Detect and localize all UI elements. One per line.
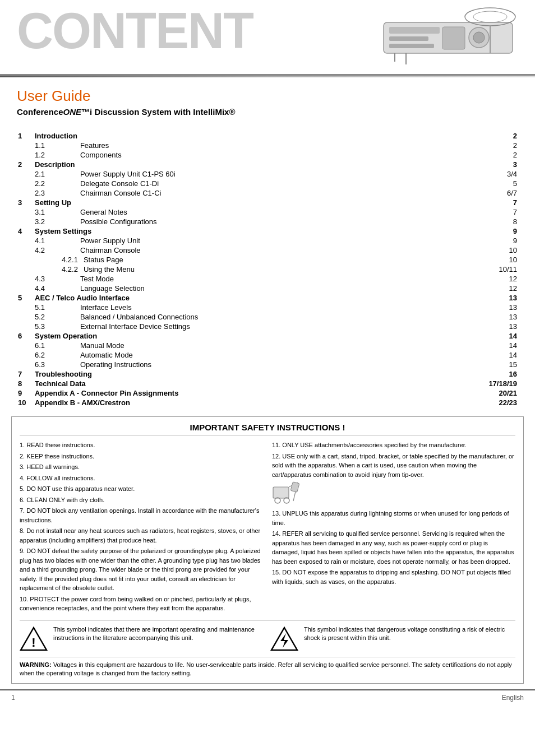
device-image — [378, 6, 524, 67]
toc-row-2-1: 2.1 Power Supply Unit C1-PS 60i 3/4 — [17, 169, 518, 179]
toc-row-4-2: 4.2 Chairman Console 10 — [17, 245, 518, 255]
toc-row-5-2: 5.2 Balanced / Unbalanced Connections 13 — [17, 312, 518, 322]
toc-row-1-1: 1.1 Features 2 — [17, 141, 518, 150]
svg-point-5 — [473, 32, 485, 43]
safety-instructions-box: IMPORTANT SAFETY INSTRUCTIONS ! 1. READ … — [11, 416, 524, 684]
toc-table: 1 Introduction 2 1.1 Features 2 1.2 Comp… — [17, 131, 518, 407]
footer-language: English — [502, 694, 524, 702]
toc-row-9: 9 Appendix A - Connector Pin Assignments… — [17, 388, 518, 398]
svg-rect-16 — [290, 482, 299, 493]
svg-text:!: ! — [31, 636, 35, 650]
caution-icon: ! — [20, 625, 48, 653]
safety-icon-row: ! This symbol indicates that there are i… — [20, 620, 515, 653]
toc-row-6-1: 6.1 Manual Mode 14 — [17, 341, 518, 350]
safety-columns: 1. READ these instructions. 2. KEEP thes… — [20, 440, 515, 615]
svg-rect-2 — [389, 36, 428, 41]
safety-title: IMPORTANT SAFETY INSTRUCTIONS ! — [20, 423, 515, 436]
user-guide-label: User Guide — [17, 87, 518, 105]
svg-marker-20 — [271, 628, 297, 650]
svg-point-10 — [473, 11, 507, 22]
safety-left-col: 1. READ these instructions. 2. KEEP thes… — [20, 440, 263, 615]
cart-tip-icon — [272, 481, 300, 507]
safety-icon-1-text: This symbol indicates that there are imp… — [53, 625, 265, 643]
toc-row-2: 2 Description 3 — [17, 160, 518, 169]
toc-row-2-2: 2.2 Delegate Console C1-Di 5 — [17, 179, 518, 188]
toc-row-6-3: 6.3 Operating Instructions 15 — [17, 360, 518, 369]
page-header: CONTENT — [0, 0, 535, 76]
toc-row-10: 10 Appendix B - AMX/Crestron 22/23 — [17, 398, 518, 407]
toc-row-4-1: 4.1 Power Supply Unit 9 — [17, 236, 518, 245]
svg-line-17 — [293, 491, 296, 501]
toc-row-6-2: 6.2 Automatic Mode 14 — [17, 350, 518, 360]
toc-row-3-1: 3.1 General Notes 7 — [17, 207, 518, 217]
safety-icon-block-1: ! This symbol indicates that there are i… — [20, 625, 265, 653]
electric-shock-icon — [270, 625, 298, 653]
toc-row-8: 8 Technical Data 17/18/19 — [17, 379, 518, 388]
safety-icon-2-text: This symbol indicates that dangerous vol… — [304, 625, 515, 643]
svg-rect-12 — [273, 487, 289, 498]
safety-right-col: 11. ONLY USE attachments/accessories spe… — [272, 440, 515, 615]
product-title: ConferenceONE™i Discussion System with I… — [17, 107, 518, 117]
toc-row-3-2: 3.2 Possible Configurations 8 — [17, 217, 518, 226]
cart-icon-block — [272, 481, 515, 507]
toc-row-4-4: 4.4 Language Selection 12 — [17, 284, 518, 293]
toc-row-1: 1 Introduction 2 — [17, 131, 518, 141]
toc-row-4-3: 4.3 Test Mode 12 — [17, 274, 518, 284]
toc-row-5-1: 5.1 Interface Levels 13 — [17, 303, 518, 312]
toc-row-7: 7 Troubleshooting 16 — [17, 369, 518, 379]
toc-row-6: 6 System Operation 14 — [17, 331, 518, 341]
svg-rect-3 — [389, 44, 434, 48]
svg-marker-21 — [280, 633, 288, 648]
table-of-contents: 1 Introduction 2 1.1 Features 2 1.2 Comp… — [0, 131, 535, 407]
toc-row-1-2: 1.2 Components 2 — [17, 150, 518, 160]
warning-row: WARNING: Voltages in this equipment are … — [20, 657, 515, 678]
svg-rect-6 — [442, 27, 465, 49]
svg-rect-1 — [389, 27, 440, 34]
toc-row-5: 5 AEC / Telco Audio Interface 13 — [17, 293, 518, 303]
toc-row-2-3: 2.3 Chairman Console C1-Ci 6/7 — [17, 188, 518, 198]
toc-row-5-3: 5.3 External Interface Device Settings 1… — [17, 322, 518, 331]
page-footer: 1 English — [0, 689, 535, 705]
toc-row-4-2-2: 4.2.2 Using the Menu 10/11 — [17, 265, 518, 274]
footer-page-number: 1 — [11, 694, 15, 702]
toc-row-4: 4 System Settings 9 — [17, 226, 518, 236]
user-guide-section: User Guide ConferenceONE™i Discussion Sy… — [0, 77, 535, 131]
toc-row-3: 3 Setting Up 7 — [17, 198, 518, 207]
safety-icon-block-2: This symbol indicates that dangerous vol… — [270, 625, 515, 653]
toc-row-4-2-1: 4.2.1 Status Page 10 — [17, 255, 518, 265]
